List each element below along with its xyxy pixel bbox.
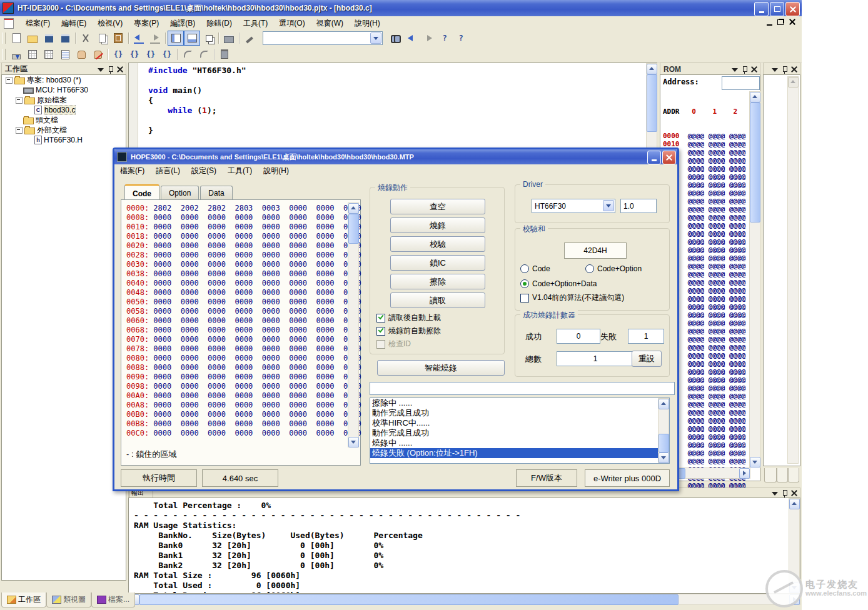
build-button[interactable] [241,31,258,46]
open-file-button[interactable] [24,31,41,46]
bottom-tab-檔案...[interactable]: 檔案... [91,592,135,608]
find-button[interactable] [388,31,404,46]
chevron-down-icon[interactable] [603,200,614,211]
scroll-up-button[interactable] [788,77,799,88]
build-project-button[interactable] [41,47,57,62]
toolbar-search-combo[interactable] [263,31,383,45]
bottom-tab-類視圖[interactable]: 類視圖 [46,592,91,608]
save-all-button[interactable] [57,31,73,46]
scroll-thumb[interactable] [647,74,657,132]
toggle-workspace-pane-button[interactable] [168,31,184,46]
dialog-close-button[interactable] [662,151,676,164]
paste-button[interactable] [110,31,126,46]
scroll-up-button[interactable] [750,92,760,102]
trace-forward-button[interactable] [196,47,212,62]
minimize-button[interactable] [754,2,769,16]
mdi-restore-button[interactable] [777,19,784,25]
nav-back-button[interactable] [404,31,420,46]
close-button[interactable] [785,2,800,16]
scroll-thumb[interactable] [750,102,760,222]
dialog-minimize-button[interactable] [647,151,661,164]
rebuild-all-button[interactable] [24,47,41,62]
checksum-radio[interactable]: Code [520,261,585,276]
rom-vscrollbar[interactable] [749,91,760,468]
action-button[interactable]: 鎖IC [390,255,485,271]
rom-address-input[interactable] [722,76,760,90]
cascade-windows-button[interactable] [200,31,216,46]
scroll-up-button[interactable] [789,499,800,509]
old-algorithm-checkbox[interactable]: V1.04前的算法(不建議勾選) [520,291,624,304]
output-hscrollbar[interactable] [128,594,800,605]
chevron-down-icon[interactable] [370,32,381,44]
dock-menu-icon[interactable] [732,66,738,72]
scroll-up-button[interactable] [348,203,359,214]
dialog-menu-item[interactable]: 說明(H) [258,164,295,178]
scroll-thumb[interactable] [348,214,359,244]
log-line[interactable]: 動作完成且成功 [370,428,669,438]
close-panel-icon[interactable] [117,66,123,72]
cut-button[interactable] [78,31,94,46]
exec-time-button[interactable]: 執行時間 [121,469,197,487]
tree-item[interactable]: 外部文檔 [2,125,126,135]
menu-item[interactable]: 工具(T) [238,17,273,29]
tab-code[interactable]: Code [124,184,159,201]
checksum-radio[interactable]: Code+Option+Data [520,276,665,291]
close-panel-icon[interactable] [751,66,757,72]
context-help-button[interactable]: ? [437,31,453,46]
copy-button[interactable] [94,31,110,46]
driver-select[interactable]: HT66F30 [532,199,615,213]
bottom-tab-工作區[interactable]: 工作區 [1,592,46,608]
pause-button[interactable] [73,47,89,62]
menu-item[interactable]: 專案(P) [128,17,164,29]
menu-item[interactable]: 編譯(B) [164,17,201,29]
action-button[interactable]: 燒錄 [390,218,485,233]
step-out-button[interactable]: {} [143,47,159,62]
scroll-down-button[interactable] [659,452,669,463]
program-chip-button[interactable] [8,47,24,62]
dock-menu-icon[interactable] [772,490,778,496]
dock-menu-icon[interactable] [772,66,778,72]
scroll-thumb[interactable] [139,594,679,605]
reset-button[interactable] [216,47,233,62]
reset-button[interactable]: 重設 [632,351,662,367]
log-line[interactable]: 校準HIRC中...... [370,418,669,428]
tree-item[interactable]: 原始檔案 [2,95,126,105]
print-button[interactable] [221,31,237,46]
panel-tab-stub[interactable] [777,468,788,482]
compile-file-button[interactable] [57,47,73,62]
pin-icon[interactable] [783,490,787,496]
menu-item[interactable]: 檔案(F) [20,17,56,29]
checksum-radio[interactable]: Code+Option [585,261,665,276]
run-to-cursor-button[interactable]: {} [159,47,175,62]
progress-field[interactable] [370,382,675,395]
help-button[interactable]: ? [453,31,469,46]
pin-icon[interactable] [743,66,747,72]
pin-icon[interactable] [109,66,113,72]
scroll-thumb[interactable] [659,434,669,452]
tree-item[interactable]: 頭文檔 [2,115,126,125]
pin-icon[interactable] [783,66,787,72]
action-button[interactable]: 查空 [390,199,485,214]
panel-tab-stub[interactable] [788,468,799,482]
scroll-down-button[interactable] [750,457,760,468]
expand-minus-icon[interactable] [16,97,23,104]
menu-item[interactable]: 編輯(E) [56,17,92,29]
menu-item[interactable]: 說明(H) [349,17,386,29]
action-button[interactable]: 讀取 [390,292,485,308]
scroll-down-button[interactable] [348,437,359,448]
menu-item[interactable]: 選項(O) [273,17,310,29]
menu-item[interactable]: 視窗(W) [311,17,349,29]
log-line[interactable]: 擦除中 ...... [370,398,669,408]
menu-item[interactable]: 除錯(D) [201,17,238,29]
dialog-menu-item[interactable]: 檔案(F) [114,164,150,178]
scroll-up-button[interactable] [647,64,657,74]
step-over-button[interactable]: {} [126,47,143,62]
tree-item[interactable]: MCU: HT66F30 [2,85,126,95]
log-vscrollbar[interactable] [658,398,669,463]
nav-forward-button[interactable] [420,31,437,46]
save-file-button[interactable] [41,31,57,46]
undo-button[interactable] [131,31,147,46]
expand-minus-icon[interactable] [16,127,23,134]
panel-tab-stub[interactable] [764,468,777,482]
step-into-button[interactable]: {} [110,47,126,62]
